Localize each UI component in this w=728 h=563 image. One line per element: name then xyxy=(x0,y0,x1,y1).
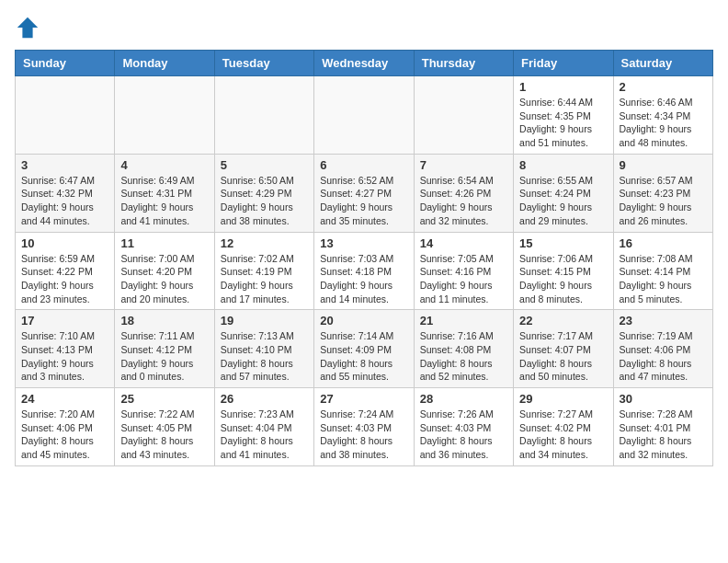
day-cell-30: 30Sunrise: 7:28 AMSunset: 4:01 PMDayligh… xyxy=(613,388,712,466)
header-cell-thursday: Thursday xyxy=(414,51,513,76)
day-info: Sunrise: 7:26 AMSunset: 4:03 PMDaylight:… xyxy=(420,408,507,462)
day-number: 1 xyxy=(519,80,607,94)
day-number: 2 xyxy=(620,80,707,94)
day-cell-22: 22Sunrise: 7:17 AMSunset: 4:07 PMDayligh… xyxy=(514,310,613,388)
day-number: 19 xyxy=(221,314,308,327)
day-cell-24: 24Sunrise: 7:20 AMSunset: 4:06 PMDayligh… xyxy=(16,388,115,466)
day-info: Sunrise: 7:14 AMSunset: 4:09 PMDaylight:… xyxy=(320,329,407,384)
day-number: 18 xyxy=(120,314,208,327)
day-cell-12: 12Sunrise: 7:02 AMSunset: 4:19 PMDayligh… xyxy=(214,232,313,310)
day-number: 30 xyxy=(620,392,707,406)
day-info: Sunrise: 7:17 AMSunset: 4:07 PMDaylight:… xyxy=(519,329,607,384)
week-row-1: 3Sunrise: 6:47 AMSunset: 4:32 PMDaylight… xyxy=(16,154,713,232)
header-cell-wednesday: Wednesday xyxy=(314,51,414,76)
day-cell-27: 27Sunrise: 7:24 AMSunset: 4:03 PMDayligh… xyxy=(314,388,414,466)
day-info: Sunrise: 6:46 AMSunset: 4:34 PMDaylight:… xyxy=(620,96,707,150)
day-cell-13: 13Sunrise: 7:03 AMSunset: 4:18 PMDayligh… xyxy=(314,232,414,310)
day-info: Sunrise: 7:24 AMSunset: 4:03 PMDaylight:… xyxy=(320,408,407,462)
day-info: Sunrise: 7:20 AMSunset: 4:06 PMDaylight:… xyxy=(21,408,108,462)
day-cell-10: 10Sunrise: 6:59 AMSunset: 4:22 PMDayligh… xyxy=(16,232,115,310)
svg-marker-0 xyxy=(17,17,38,38)
day-cell-28: 28Sunrise: 7:26 AMSunset: 4:03 PMDayligh… xyxy=(414,388,513,466)
day-number: 29 xyxy=(519,392,607,406)
day-info: Sunrise: 6:49 AMSunset: 4:31 PMDaylight:… xyxy=(120,174,208,228)
day-cell-9: 9Sunrise: 6:57 AMSunset: 4:23 PMDaylight… xyxy=(613,154,712,232)
day-info: Sunrise: 7:11 AMSunset: 4:12 PMDaylight:… xyxy=(120,329,208,384)
day-cell-14: 14Sunrise: 7:05 AMSunset: 4:16 PMDayligh… xyxy=(414,232,513,310)
day-cell-empty xyxy=(314,76,414,155)
day-cell-empty xyxy=(214,76,313,155)
day-number: 15 xyxy=(519,236,607,250)
day-cell-3: 3Sunrise: 6:47 AMSunset: 4:32 PMDaylight… xyxy=(16,154,115,232)
day-info: Sunrise: 6:50 AMSunset: 4:29 PMDaylight:… xyxy=(221,174,308,228)
day-info: Sunrise: 7:05 AMSunset: 4:16 PMDaylight:… xyxy=(420,252,507,306)
day-info: Sunrise: 6:55 AMSunset: 4:24 PMDaylight:… xyxy=(519,174,607,228)
day-cell-empty xyxy=(414,76,513,155)
day-cell-20: 20Sunrise: 7:14 AMSunset: 4:09 PMDayligh… xyxy=(314,310,414,388)
day-info: Sunrise: 7:27 AMSunset: 4:02 PMDaylight:… xyxy=(519,408,607,462)
day-cell-19: 19Sunrise: 7:13 AMSunset: 4:10 PMDayligh… xyxy=(214,310,313,388)
week-row-3: 17Sunrise: 7:10 AMSunset: 4:13 PMDayligh… xyxy=(16,310,713,388)
day-info: Sunrise: 7:23 AMSunset: 4:04 PMDaylight:… xyxy=(221,408,308,462)
day-info: Sunrise: 7:28 AMSunset: 4:01 PMDaylight:… xyxy=(620,408,707,462)
header-cell-friday: Friday xyxy=(514,51,613,76)
week-row-0: 1Sunrise: 6:44 AMSunset: 4:35 PMDaylight… xyxy=(16,76,713,155)
day-number: 23 xyxy=(620,314,707,327)
day-number: 3 xyxy=(21,158,108,172)
day-cell-8: 8Sunrise: 6:55 AMSunset: 4:24 PMDaylight… xyxy=(514,154,613,232)
day-cell-11: 11Sunrise: 7:00 AMSunset: 4:20 PMDayligh… xyxy=(115,232,214,310)
day-info: Sunrise: 7:22 AMSunset: 4:05 PMDaylight:… xyxy=(120,408,208,462)
day-number: 10 xyxy=(21,236,108,250)
day-number: 13 xyxy=(320,236,407,250)
week-row-4: 24Sunrise: 7:20 AMSunset: 4:06 PMDayligh… xyxy=(16,388,713,466)
day-info: Sunrise: 6:59 AMSunset: 4:22 PMDaylight:… xyxy=(21,252,108,306)
logo xyxy=(15,15,44,40)
day-info: Sunrise: 7:03 AMSunset: 4:18 PMDaylight:… xyxy=(320,252,407,306)
day-cell-23: 23Sunrise: 7:19 AMSunset: 4:06 PMDayligh… xyxy=(613,310,712,388)
day-info: Sunrise: 6:54 AMSunset: 4:26 PMDaylight:… xyxy=(420,174,507,228)
day-number: 7 xyxy=(420,158,507,172)
day-info: Sunrise: 7:10 AMSunset: 4:13 PMDaylight:… xyxy=(21,329,108,384)
day-info: Sunrise: 7:08 AMSunset: 4:14 PMDaylight:… xyxy=(620,252,707,306)
day-number: 26 xyxy=(221,392,308,406)
day-number: 14 xyxy=(420,236,507,250)
day-info: Sunrise: 7:00 AMSunset: 4:20 PMDaylight:… xyxy=(120,252,208,306)
day-cell-empty xyxy=(115,76,214,155)
header xyxy=(15,15,713,40)
day-number: 8 xyxy=(519,158,607,172)
day-cell-25: 25Sunrise: 7:22 AMSunset: 4:05 PMDayligh… xyxy=(115,388,214,466)
day-info: Sunrise: 6:57 AMSunset: 4:23 PMDaylight:… xyxy=(620,174,707,228)
day-cell-29: 29Sunrise: 7:27 AMSunset: 4:02 PMDayligh… xyxy=(514,388,613,466)
day-number: 11 xyxy=(120,236,208,250)
header-cell-monday: Monday xyxy=(115,51,214,76)
day-cell-6: 6Sunrise: 6:52 AMSunset: 4:27 PMDaylight… xyxy=(314,154,414,232)
day-number: 5 xyxy=(221,158,308,172)
day-number: 9 xyxy=(620,158,707,172)
day-info: Sunrise: 7:13 AMSunset: 4:10 PMDaylight:… xyxy=(221,329,308,384)
day-number: 24 xyxy=(21,392,108,406)
day-cell-17: 17Sunrise: 7:10 AMSunset: 4:13 PMDayligh… xyxy=(16,310,115,388)
day-info: Sunrise: 7:06 AMSunset: 4:15 PMDaylight:… xyxy=(519,252,607,306)
day-info: Sunrise: 6:52 AMSunset: 4:27 PMDaylight:… xyxy=(320,174,407,228)
day-cell-21: 21Sunrise: 7:16 AMSunset: 4:08 PMDayligh… xyxy=(414,310,513,388)
day-cell-7: 7Sunrise: 6:54 AMSunset: 4:26 PMDaylight… xyxy=(414,154,513,232)
day-number: 4 xyxy=(120,158,208,172)
day-info: Sunrise: 6:47 AMSunset: 4:32 PMDaylight:… xyxy=(21,174,108,228)
day-number: 25 xyxy=(120,392,208,406)
header-cell-tuesday: Tuesday xyxy=(214,51,313,76)
day-cell-16: 16Sunrise: 7:08 AMSunset: 4:14 PMDayligh… xyxy=(613,232,712,310)
day-number: 16 xyxy=(620,236,707,250)
day-cell-2: 2Sunrise: 6:46 AMSunset: 4:34 PMDaylight… xyxy=(613,76,712,155)
calendar-table: SundayMondayTuesdayWednesdayThursdayFrid… xyxy=(15,50,713,466)
logo-icon xyxy=(15,15,40,40)
day-number: 27 xyxy=(320,392,407,406)
header-row: SundayMondayTuesdayWednesdayThursdayFrid… xyxy=(16,51,713,76)
day-cell-15: 15Sunrise: 7:06 AMSunset: 4:15 PMDayligh… xyxy=(514,232,613,310)
header-cell-saturday: Saturday xyxy=(613,51,712,76)
day-number: 22 xyxy=(519,314,607,327)
week-row-2: 10Sunrise: 6:59 AMSunset: 4:22 PMDayligh… xyxy=(16,232,713,310)
header-cell-sunday: Sunday xyxy=(16,51,115,76)
day-number: 6 xyxy=(320,158,407,172)
day-cell-empty xyxy=(16,76,115,155)
day-number: 12 xyxy=(221,236,308,250)
